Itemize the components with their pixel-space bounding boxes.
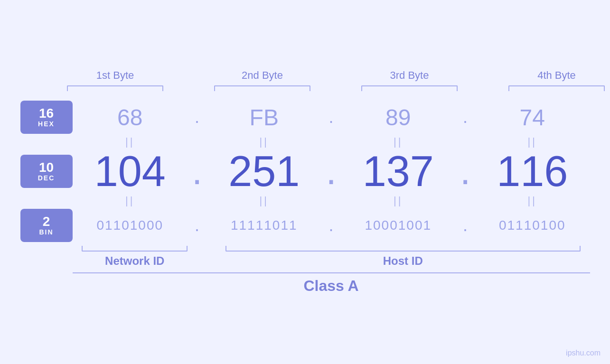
eq1-1: || bbox=[73, 136, 188, 148]
eq2-3: || bbox=[341, 195, 456, 207]
eq2-4: || bbox=[475, 195, 590, 207]
dec-val-3: 137 bbox=[341, 150, 456, 193]
hex-dot-3: . bbox=[456, 107, 475, 127]
hex-val-4: 74 bbox=[475, 104, 590, 131]
eq1-2: || bbox=[206, 136, 322, 148]
bin-base-num: 2 bbox=[43, 215, 50, 228]
network-bracket-wrap bbox=[73, 246, 197, 252]
dec-val-1: 104 bbox=[73, 150, 188, 193]
top-brackets-row bbox=[51, 85, 610, 91]
main-container: 1st Byte 2nd Byte 3rd Byte 4th Byte 16 H… bbox=[20, 69, 590, 295]
bin-badge: 2 BIN bbox=[20, 209, 73, 242]
bin-val-2: 11111011 bbox=[206, 218, 322, 233]
watermark: ipshu.com bbox=[566, 349, 601, 357]
network-id-label: Network ID bbox=[73, 254, 197, 268]
bin-dot-2: . bbox=[322, 215, 341, 235]
hex-base-label: HEX bbox=[38, 120, 55, 128]
host-id-label: Host ID bbox=[216, 254, 590, 268]
dec-val-2: 251 bbox=[206, 150, 322, 193]
equals-row-2: || || || || bbox=[20, 195, 590, 207]
top-bracket-1 bbox=[51, 85, 179, 91]
dec-badge: 10 DEC bbox=[20, 155, 73, 188]
class-bracket-line bbox=[73, 272, 590, 273]
hex-val-3: 89 bbox=[341, 104, 456, 131]
hex-val-2: FB bbox=[206, 104, 322, 131]
class-a-label: Class A bbox=[303, 277, 358, 294]
dec-base-num: 10 bbox=[39, 161, 54, 174]
bottom-brackets-row bbox=[20, 246, 590, 252]
bin-base-label: BIN bbox=[39, 228, 53, 236]
bin-val-1: 01101000 bbox=[73, 218, 188, 233]
byte-headers-row: 1st Byte 2nd Byte 3rd Byte 4th Byte bbox=[51, 69, 610, 82]
hex-base-num: 16 bbox=[39, 107, 54, 120]
dec-base-label: DEC bbox=[38, 174, 55, 182]
host-bracket-wrap bbox=[216, 246, 590, 252]
class-label-wrap: Class A bbox=[73, 277, 590, 295]
top-bracket-3 bbox=[346, 85, 474, 91]
dec-dot-2: . bbox=[322, 152, 341, 190]
byte2-header: 2nd Byte bbox=[198, 69, 327, 82]
bin-row: 2 BIN 01101000 . 11111011 . 10001001 . 0… bbox=[20, 209, 590, 242]
host-bracket bbox=[225, 246, 581, 252]
bin-val-4: 01110100 bbox=[475, 218, 590, 233]
byte1-header: 1st Byte bbox=[51, 69, 179, 82]
dec-dot-3: . bbox=[456, 152, 475, 190]
hex-row: 16 HEX 68 . FB . 89 . 74 bbox=[20, 101, 590, 134]
class-row: Class A bbox=[20, 272, 590, 295]
dec-val-4: 116 bbox=[475, 150, 590, 193]
dec-dot-1: . bbox=[188, 152, 206, 190]
top-bracket-2 bbox=[198, 85, 327, 91]
bin-val-3: 10001001 bbox=[341, 218, 456, 233]
bin-dot-3: . bbox=[456, 215, 475, 235]
hex-badge: 16 HEX bbox=[20, 101, 73, 134]
hex-val-1: 68 bbox=[73, 104, 188, 131]
eq1-3: || bbox=[341, 136, 456, 148]
top-bracket-4 bbox=[493, 85, 610, 91]
hex-dot-1: . bbox=[188, 107, 206, 127]
bin-dot-1: . bbox=[188, 215, 206, 235]
byte3-header: 3rd Byte bbox=[346, 69, 474, 82]
eq2-2: || bbox=[206, 195, 322, 207]
eq2-1: || bbox=[73, 195, 188, 207]
hex-dot-2: . bbox=[322, 107, 341, 127]
byte4-header: 4th Byte bbox=[493, 69, 610, 82]
dec-row: 10 DEC 104 . 251 . 137 . 116 bbox=[20, 150, 590, 193]
labels-row: Network ID Host ID bbox=[20, 254, 590, 268]
equals-row-1: || || || || bbox=[20, 136, 590, 148]
eq1-4: || bbox=[475, 136, 590, 148]
network-bracket bbox=[82, 246, 188, 252]
